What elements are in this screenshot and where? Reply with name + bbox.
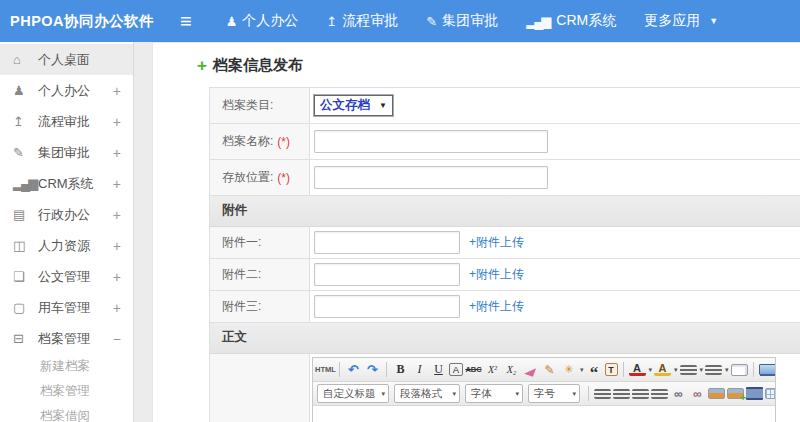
collapse-icon[interactable]: − <box>113 331 121 347</box>
required-mark: (*) <box>277 171 290 185</box>
underline-icon[interactable]: U <box>430 361 447 379</box>
category-select[interactable]: 公文存档 ▼ <box>314 95 393 116</box>
menu-icon[interactable]: ≡ <box>180 11 192 31</box>
editor-toolbar-row1: HTML↶↷BIUAABCX²X₂◢✎✳▾“TA▾A▾▾▾ <box>313 358 775 382</box>
font-family-select[interactable]: 字体▾ <box>465 384 523 403</box>
image-icon[interactable] <box>708 388 725 399</box>
bold-icon[interactable]: B <box>392 361 409 379</box>
expand-icon[interactable]: + <box>113 207 121 223</box>
fullscreen-icon[interactable] <box>759 364 775 375</box>
align-left-icon[interactable] <box>594 389 611 399</box>
align-center-icon[interactable] <box>613 389 630 399</box>
highlight-icon[interactable]: A <box>654 363 671 376</box>
caret-down-icon[interactable]: ▾ <box>580 366 584 374</box>
sidebar-item-label: 公文管理 <box>38 268 113 286</box>
nav-item[interactable]: ✎集团审批 <box>426 12 498 30</box>
quote-icon[interactable]: “ <box>586 361 603 379</box>
attachment-row: 附件二:+附件上传 <box>210 259 800 291</box>
superscript-icon[interactable]: X² <box>484 361 501 379</box>
sidebar-item-2[interactable]: ↥流程审批+ <box>0 106 133 137</box>
caret-down-icon[interactable]: ▾ <box>725 366 729 374</box>
chart-icon: ▂▄▆ <box>13 176 38 191</box>
attachment-upload-link[interactable]: +附件上传 <box>469 298 524 315</box>
expand-icon[interactable]: + <box>113 114 121 130</box>
attachment-upload-link[interactable]: +附件上传 <box>469 234 524 251</box>
chart-icon: ▂▄▆ <box>526 14 549 29</box>
sidebar-item-7[interactable]: ❏公文管理+ <box>0 261 133 292</box>
sidebar-item-9[interactable]: ⊟档案管理− <box>0 323 133 354</box>
archive-name-input[interactable] <box>314 130 548 153</box>
link-icon[interactable]: ∞ <box>670 385 687 403</box>
paragraph-format-select[interactable]: 段落格式▾ <box>394 384 460 403</box>
caret-down-icon[interactable]: ▾ <box>674 366 678 374</box>
book-icon: ◫ <box>13 238 38 253</box>
font-family-select-value: 字体 <box>471 387 492 401</box>
attachment-label-text: 附件一: <box>222 234 261 251</box>
insert-image-icon[interactable] <box>727 388 744 399</box>
wand-icon[interactable]: ✳ <box>560 361 577 379</box>
sidebar-item-4[interactable]: ▂▄▆CRM系统+ <box>0 168 133 199</box>
sidebar-item-8[interactable]: ▢用车管理+ <box>0 292 133 323</box>
sidebar-subitem-2[interactable]: 档案借阅 <box>0 404 133 422</box>
html-source-button[interactable]: HTML <box>317 361 334 379</box>
new-page-icon[interactable] <box>731 364 748 376</box>
sidebar-subitem-1[interactable]: 档案管理 <box>0 379 133 404</box>
attachment-upload-link[interactable]: +附件上传 <box>469 266 524 283</box>
media-icon[interactable] <box>746 387 763 400</box>
strikethrough-icon[interactable]: ABC <box>465 361 482 379</box>
sidebar-item-label: CRM系统 <box>38 175 113 193</box>
caret-down-icon[interactable]: ▾ <box>700 366 704 374</box>
expand-icon[interactable]: + <box>113 83 121 99</box>
expand-icon[interactable]: + <box>113 238 121 254</box>
toolbar-separator <box>386 362 387 377</box>
editor-content[interactable] <box>313 406 775 422</box>
nav-item[interactable]: ♟个人办公 <box>226 12 299 30</box>
nav-item-label: CRM系统 <box>556 12 616 30</box>
boxed-font-icon[interactable]: A <box>449 363 463 376</box>
nav-item[interactable]: ▂▄▆CRM系统 <box>526 12 616 30</box>
redo-icon[interactable]: ↷ <box>364 361 381 379</box>
attachment-input[interactable] <box>314 263 460 286</box>
font-size-select[interactable]: 字号▾ <box>528 384 580 403</box>
top-nav: ♟个人办公↥流程审批✎集团审批▂▄▆CRM系统更多应用▼ <box>226 12 717 30</box>
font-color-icon[interactable]: A <box>629 363 646 376</box>
sidebar-item-3[interactable]: ✎集团审批+ <box>0 137 133 168</box>
sidebar-item-1[interactable]: ♟个人办公+ <box>0 75 133 106</box>
name-row: 档案名称: (*) <box>210 124 800 160</box>
format-brush-icon[interactable]: ✎ <box>541 361 558 379</box>
expand-icon[interactable]: + <box>113 300 121 316</box>
caret-down-icon[interactable]: ▾ <box>649 366 653 374</box>
bullet-list-icon[interactable] <box>705 365 722 375</box>
sidebar-item-0[interactable]: ⌂个人桌面 <box>0 44 133 75</box>
nav-item[interactable]: 更多应用▼ <box>644 12 716 30</box>
unlink-icon[interactable]: ∞ <box>689 385 706 403</box>
expand-icon[interactable]: + <box>113 269 121 285</box>
undo-icon[interactable]: ↶ <box>345 361 362 379</box>
sidebar-item-label: 集团审批 <box>38 144 113 162</box>
paste-text-icon[interactable]: T <box>605 363 618 376</box>
sidebar-item-5[interactable]: ▤行政办公+ <box>0 199 133 230</box>
edit-icon: ✎ <box>426 14 435 29</box>
attachment-label-text: 附件二: <box>222 266 261 283</box>
align-justify-icon[interactable] <box>651 389 668 399</box>
subscript-icon[interactable]: X₂ <box>503 361 520 379</box>
body-section-header: 正文 <box>210 323 800 354</box>
ordered-list-icon[interactable] <box>680 365 697 375</box>
nav-item[interactable]: ↥流程审批 <box>326 12 398 30</box>
archive-form: 档案类目: 公文存档 ▼ 档案名称: (*) <box>209 87 800 422</box>
expand-icon[interactable]: + <box>113 176 121 192</box>
attachment-input[interactable] <box>314 295 460 318</box>
table-icon[interactable] <box>765 388 775 399</box>
heading-select[interactable]: 自定义标题▾ <box>317 384 389 403</box>
attachment-input[interactable] <box>314 231 460 254</box>
italic-icon[interactable]: I <box>411 361 428 379</box>
eraser-icon[interactable]: ◢ <box>519 358 541 381</box>
sidebar-item-6[interactable]: ◫人力资源+ <box>0 230 133 261</box>
sidebar-subitem-0[interactable]: 新建档案 <box>0 354 133 379</box>
expand-icon[interactable]: + <box>113 145 121 161</box>
sidebar-item-label: 流程审批 <box>38 113 113 131</box>
align-right-icon[interactable] <box>632 389 649 399</box>
sidebar-item-label: 行政办公 <box>38 206 113 224</box>
storage-location-input[interactable] <box>314 166 548 189</box>
person-icon: ♟ <box>226 14 236 29</box>
